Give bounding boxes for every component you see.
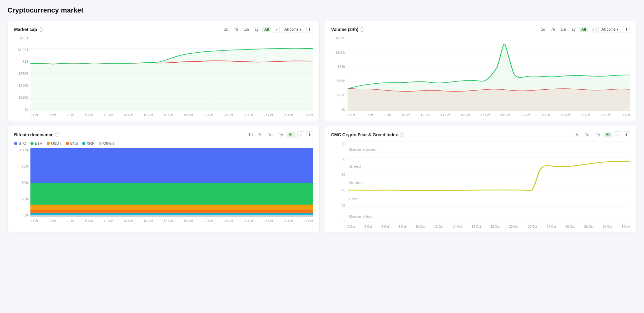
volume-svg	[348, 36, 630, 111]
dominance-btn-7d[interactable]: 7d	[256, 132, 264, 138]
feargreed-btn-all[interactable]: All	[604, 132, 612, 138]
legend-xrp: XRP	[82, 141, 94, 146]
volume-header: Volume (24h) i 1d 7d 1m 1y All ⤢ All coi…	[331, 26, 630, 33]
volume-download-btn[interactable]: ⬇	[623, 26, 630, 33]
marketcap-coins-dropdown[interactable]: All coins ▾	[282, 26, 304, 33]
volume-chart: $125B $100B $75B $50B $25B $0	[331, 36, 630, 117]
marketcap-fullscreen-btn[interactable]: ⤢	[273, 26, 280, 33]
dominance-btn-all[interactable]: All	[287, 132, 295, 138]
y-label: 80	[331, 157, 348, 161]
volume-btn-1d[interactable]: 1d	[539, 27, 547, 32]
dominance-chart: 100% 75% 50% 25% 0%	[14, 148, 313, 223]
y-label: $1.5T	[14, 36, 30, 40]
dominance-controls: 1d 7d 1m 1y All ⤢ ⬇	[247, 131, 313, 138]
feargreed-chart: 100 80 60 40 20 0	[331, 141, 630, 228]
xrp-dot	[82, 142, 85, 145]
dominance-title-group: Bitcoin dominance i	[14, 132, 59, 137]
marketcap-btn-1d[interactable]: 1d	[222, 27, 230, 32]
volume-title: Volume (24h)	[331, 27, 359, 32]
dominance-card: Bitcoin dominance i 1d 7d 1m 1y All ⤢ ⬇ …	[8, 126, 320, 232]
legend-btc: BTC	[14, 141, 26, 146]
y-label: 20	[331, 204, 348, 207]
legend-eth: ETH	[30, 141, 42, 146]
svg-text:Extreme fear: Extreme fear	[349, 215, 373, 218]
y-label: $1.25T	[14, 48, 30, 52]
y-label: 100%	[14, 148, 30, 152]
y-label: $250B	[14, 96, 30, 99]
feargreed-info-icon[interactable]: i	[400, 133, 404, 137]
marketcap-btn-1y[interactable]: 1y	[253, 27, 261, 32]
legend-others: Others	[99, 141, 114, 146]
feargreed-title: CMC Crypto Fear & Greed Index	[331, 132, 398, 137]
bnb-dot	[66, 142, 69, 145]
volume-btn-1y[interactable]: 1y	[570, 27, 577, 32]
marketcap-btn-7d[interactable]: 7d	[232, 27, 240, 32]
feargreed-svg: Extreme greed Greed Neutral Fear Extreme…	[348, 141, 630, 223]
usdt-dot	[47, 142, 50, 145]
dashboard: Market cap i 1d 7d 1m 1y All ⤢ All coins…	[8, 21, 636, 232]
svg-text:Fear: Fear	[349, 197, 358, 201]
volume-fullscreen-btn[interactable]: ⤢	[590, 26, 597, 33]
volume-btn-all[interactable]: All	[579, 27, 588, 32]
volume-btn-1m[interactable]: 1m	[559, 27, 568, 32]
y-label: $100B	[331, 50, 348, 54]
y-label: 0	[331, 219, 348, 223]
feargreed-download-btn[interactable]: ⬇	[623, 131, 630, 138]
dominance-title: Bitcoin dominance	[14, 132, 53, 137]
y-label: 100	[331, 142, 348, 146]
feargreed-controls: 7d 1m 1y All ⤢ ⬇	[573, 131, 630, 138]
dominance-legend: BTC ETH USDT BNB XRP Others	[14, 141, 313, 146]
feargreed-header: CMC Crypto Fear & Greed Index i 7d 1m 1y…	[331, 131, 630, 138]
marketcap-y-axis: $1.5T $1.25T $1T $750B $500B $250B $0	[14, 36, 30, 111]
market-cap-card: Market cap i 1d 7d 1m 1y All ⤢ All coins…	[8, 21, 320, 121]
svg-text:Extreme greed: Extreme greed	[349, 148, 376, 151]
volume-btn-7d[interactable]: 7d	[549, 27, 557, 32]
marketcap-svg	[30, 36, 313, 111]
dominance-btn-1m[interactable]: 1m	[266, 132, 275, 138]
dominance-btn-1y[interactable]: 1y	[277, 132, 285, 138]
marketcap-btn-all[interactable]: All	[262, 27, 271, 32]
feargreed-title-group: CMC Crypto Fear & Greed Index i	[331, 132, 404, 137]
marketcap-download-btn[interactable]: ⬇	[306, 26, 313, 33]
y-label: 75%	[14, 164, 30, 168]
y-label: $75B	[331, 65, 348, 68]
feargreed-x-axis: 2 Oct 4 Oct 6 Oct 8 Oct 10 Oct 12 Oct 14…	[348, 225, 630, 228]
dominance-svg	[30, 148, 313, 217]
svg-marker-21	[30, 205, 313, 210]
volume-coins-dropdown[interactable]: All coins ▾	[599, 26, 621, 33]
svg-marker-22	[30, 183, 313, 205]
svg-marker-20	[30, 210, 313, 213]
feargreed-btn-7d[interactable]: 7d	[573, 132, 581, 138]
market-cap-controls: 1d 7d 1m 1y All ⤢ All coins ▾ ⬇	[222, 26, 313, 33]
others-dot	[99, 142, 102, 145]
dominance-btn-1d[interactable]: 1d	[247, 132, 254, 138]
legend-usdt: USDT	[47, 141, 61, 146]
market-cap-info-icon[interactable]: i	[39, 27, 43, 32]
y-label: $1T	[14, 60, 30, 64]
marketcap-btn-1m[interactable]: 1m	[242, 27, 251, 32]
dominance-fullscreen-btn[interactable]: ⤢	[297, 131, 304, 138]
y-label: $500B	[14, 84, 30, 87]
y-label: 0%	[14, 213, 30, 217]
volume-x-axis: 3 Oct 5 Oct 7 Oct 9 Oct 11 Oct 13 Oct 15…	[348, 113, 630, 117]
eth-dot	[30, 142, 34, 145]
y-label: $750B	[14, 72, 30, 76]
dominance-info-icon[interactable]: i	[55, 133, 59, 137]
volume-controls: 1d 7d 1m 1y All ⤢ All coins ▾ ⬇	[539, 26, 630, 33]
dominance-x-axis: 3 Oct 5 Oct 7 Oct 9 Oct 11 Oct 13 Oct 15…	[30, 219, 313, 223]
feargreed-btn-1y[interactable]: 1y	[594, 132, 602, 138]
feargreed-btn-1m[interactable]: 1m	[583, 132, 592, 138]
y-label: $125B	[331, 36, 348, 40]
feargreed-fullscreen-btn[interactable]: ⤢	[614, 131, 621, 138]
y-label: $50B	[331, 79, 348, 83]
dominance-header: Bitcoin dominance i 1d 7d 1m 1y All ⤢ ⬇	[14, 131, 313, 138]
legend-bnb: BNB	[66, 141, 78, 146]
feargreed-card: CMC Crypto Fear & Greed Index i 7d 1m 1y…	[325, 126, 637, 232]
btc-dot	[14, 142, 17, 145]
dominance-download-btn[interactable]: ⬇	[306, 131, 313, 138]
volume-info-icon[interactable]: i	[360, 27, 364, 32]
svg-marker-19	[30, 213, 313, 215]
y-label: 40	[331, 188, 348, 192]
svg-marker-23	[30, 148, 313, 183]
market-cap-title-group: Market cap i	[14, 27, 43, 32]
